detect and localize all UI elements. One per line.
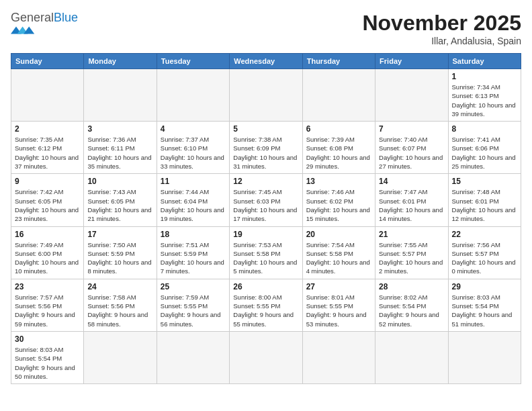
day-info: Sunrise: 7:38 AM Sunset: 6:09 PM Dayligh… bbox=[233, 135, 298, 171]
day-info: Sunrise: 7:49 AM Sunset: 6:00 PM Dayligh… bbox=[15, 240, 80, 276]
table-row: 10Sunrise: 7:43 AM Sunset: 6:05 PM Dayli… bbox=[84, 174, 157, 226]
table-row: 3Sunrise: 7:36 AM Sunset: 6:11 PM Daylig… bbox=[84, 122, 157, 174]
day-info: Sunrise: 7:40 AM Sunset: 6:07 PM Dayligh… bbox=[379, 135, 444, 171]
table-row: 29Sunrise: 8:03 AM Sunset: 5:54 PM Dayli… bbox=[448, 279, 521, 331]
header-wednesday: Wednesday bbox=[230, 54, 302, 69]
day-number: 23 bbox=[15, 282, 80, 291]
table-row: 12Sunrise: 7:45 AM Sunset: 6:03 PM Dayli… bbox=[230, 174, 302, 226]
table-row: 14Sunrise: 7:47 AM Sunset: 6:01 PM Dayli… bbox=[375, 174, 448, 226]
header-tuesday: Tuesday bbox=[157, 54, 229, 69]
header-saturday: Saturday bbox=[448, 54, 521, 69]
day-info: Sunrise: 8:03 AM Sunset: 5:54 PM Dayligh… bbox=[452, 293, 517, 328]
table-row: 25Sunrise: 7:59 AM Sunset: 5:55 PM Dayli… bbox=[157, 279, 229, 331]
day-number: 16 bbox=[15, 230, 80, 239]
table-row bbox=[11, 69, 84, 122]
calendar: Sunday Monday Tuesday Wednesday Thursday… bbox=[11, 53, 521, 384]
calendar-week-row: 1Sunrise: 7:34 AM Sunset: 6:13 PM Daylig… bbox=[11, 69, 521, 122]
day-info: Sunrise: 7:47 AM Sunset: 6:01 PM Dayligh… bbox=[379, 187, 444, 223]
day-number: 15 bbox=[452, 177, 517, 186]
calendar-week-row: 16Sunrise: 7:49 AM Sunset: 6:00 PM Dayli… bbox=[11, 226, 521, 279]
svg-marker-2 bbox=[24, 26, 34, 34]
table-row: 6Sunrise: 7:39 AM Sunset: 6:08 PM Daylig… bbox=[302, 122, 375, 174]
day-info: Sunrise: 7:35 AM Sunset: 6:12 PM Dayligh… bbox=[15, 135, 80, 171]
day-number: 24 bbox=[87, 282, 152, 291]
day-info: Sunrise: 7:43 AM Sunset: 6:05 PM Dayligh… bbox=[87, 187, 152, 223]
table-row bbox=[230, 331, 302, 383]
table-row: 15Sunrise: 7:48 AM Sunset: 6:01 PM Dayli… bbox=[448, 174, 521, 226]
table-row: 21Sunrise: 7:55 AM Sunset: 5:57 PM Dayli… bbox=[375, 226, 448, 279]
logo-icon bbox=[11, 26, 38, 34]
day-number: 7 bbox=[379, 124, 444, 134]
table-row bbox=[84, 331, 157, 383]
header-thursday: Thursday bbox=[302, 54, 375, 69]
table-row: 30Sunrise: 8:03 AM Sunset: 5:54 PM Dayli… bbox=[11, 331, 84, 383]
day-number: 17 bbox=[87, 230, 152, 239]
table-row: 17Sunrise: 7:50 AM Sunset: 5:59 PM Dayli… bbox=[84, 226, 157, 279]
header-monday: Monday bbox=[84, 54, 157, 69]
table-row bbox=[448, 331, 521, 383]
calendar-week-row: 23Sunrise: 7:57 AM Sunset: 5:56 PM Dayli… bbox=[11, 279, 521, 331]
table-row: 8Sunrise: 7:41 AM Sunset: 6:06 PM Daylig… bbox=[448, 122, 521, 174]
day-number: 6 bbox=[306, 124, 371, 134]
day-info: Sunrise: 8:01 AM Sunset: 5:55 PM Dayligh… bbox=[306, 293, 371, 328]
header-sunday: Sunday bbox=[11, 54, 84, 69]
table-row: 20Sunrise: 7:54 AM Sunset: 5:58 PM Dayli… bbox=[302, 226, 375, 279]
day-number: 8 bbox=[452, 124, 517, 134]
day-number: 19 bbox=[233, 230, 298, 239]
table-row bbox=[230, 69, 302, 122]
day-info: Sunrise: 7:37 AM Sunset: 6:10 PM Dayligh… bbox=[161, 135, 226, 171]
table-row: 23Sunrise: 7:57 AM Sunset: 5:56 PM Dayli… bbox=[11, 279, 84, 331]
day-number: 28 bbox=[379, 282, 444, 291]
location: Illar, Andalusia, Spain bbox=[362, 36, 521, 46]
day-number: 12 bbox=[233, 177, 298, 186]
day-info: Sunrise: 7:57 AM Sunset: 5:56 PM Dayligh… bbox=[15, 293, 80, 328]
table-row: 7Sunrise: 7:40 AM Sunset: 6:07 PM Daylig… bbox=[375, 122, 448, 174]
day-number: 18 bbox=[161, 230, 226, 239]
table-row: 18Sunrise: 7:51 AM Sunset: 5:59 PM Dayli… bbox=[157, 226, 229, 279]
logo-text: GeneralBlue bbox=[11, 11, 78, 25]
day-info: Sunrise: 7:36 AM Sunset: 6:11 PM Dayligh… bbox=[87, 135, 152, 171]
day-info: Sunrise: 8:00 AM Sunset: 5:55 PM Dayligh… bbox=[233, 293, 298, 328]
table-row: 13Sunrise: 7:46 AM Sunset: 6:02 PM Dayli… bbox=[302, 174, 375, 226]
day-number: 4 bbox=[161, 124, 226, 134]
day-number: 21 bbox=[379, 230, 444, 239]
day-number: 14 bbox=[379, 177, 444, 186]
table-row: 9Sunrise: 7:42 AM Sunset: 6:05 PM Daylig… bbox=[11, 174, 84, 226]
table-row: 5Sunrise: 7:38 AM Sunset: 6:09 PM Daylig… bbox=[230, 122, 302, 174]
day-number: 22 bbox=[452, 230, 517, 239]
day-info: Sunrise: 7:34 AM Sunset: 6:13 PM Dayligh… bbox=[452, 83, 517, 118]
table-row: 24Sunrise: 7:58 AM Sunset: 5:56 PM Dayli… bbox=[84, 279, 157, 331]
day-number: 9 bbox=[15, 177, 80, 186]
day-number: 5 bbox=[233, 124, 298, 134]
table-row: 4Sunrise: 7:37 AM Sunset: 6:10 PM Daylig… bbox=[157, 122, 229, 174]
table-row bbox=[375, 331, 448, 383]
day-info: Sunrise: 7:56 AM Sunset: 5:57 PM Dayligh… bbox=[452, 240, 517, 276]
day-number: 13 bbox=[306, 177, 371, 186]
day-number: 29 bbox=[452, 282, 517, 291]
day-number: 25 bbox=[161, 282, 226, 291]
table-row: 28Sunrise: 8:02 AM Sunset: 5:54 PM Dayli… bbox=[375, 279, 448, 331]
calendar-week-row: 2Sunrise: 7:35 AM Sunset: 6:12 PM Daylig… bbox=[11, 122, 521, 174]
day-info: Sunrise: 7:58 AM Sunset: 5:56 PM Dayligh… bbox=[87, 293, 152, 328]
day-info: Sunrise: 7:54 AM Sunset: 5:58 PM Dayligh… bbox=[306, 240, 371, 276]
day-info: Sunrise: 7:51 AM Sunset: 5:59 PM Dayligh… bbox=[161, 240, 226, 276]
day-info: Sunrise: 8:02 AM Sunset: 5:54 PM Dayligh… bbox=[379, 293, 444, 328]
day-number: 3 bbox=[87, 124, 152, 134]
day-info: Sunrise: 7:50 AM Sunset: 5:59 PM Dayligh… bbox=[87, 240, 152, 276]
day-info: Sunrise: 7:59 AM Sunset: 5:55 PM Dayligh… bbox=[161, 293, 226, 328]
month-year: November 2025 bbox=[362, 11, 521, 36]
day-number: 10 bbox=[87, 177, 152, 186]
table-row: 19Sunrise: 7:53 AM Sunset: 5:58 PM Dayli… bbox=[230, 226, 302, 279]
table-row: 26Sunrise: 8:00 AM Sunset: 5:55 PM Dayli… bbox=[230, 279, 302, 331]
table-row bbox=[375, 69, 448, 122]
day-number: 2 bbox=[15, 124, 80, 134]
day-info: Sunrise: 7:48 AM Sunset: 6:01 PM Dayligh… bbox=[452, 187, 517, 223]
header: GeneralBlue November 2025 Illar, Andalus… bbox=[11, 11, 521, 46]
table-row: 27Sunrise: 8:01 AM Sunset: 5:55 PM Dayli… bbox=[302, 279, 375, 331]
table-row bbox=[84, 69, 157, 122]
day-number: 11 bbox=[161, 177, 226, 186]
day-info: Sunrise: 7:39 AM Sunset: 6:08 PM Dayligh… bbox=[306, 135, 371, 171]
table-row bbox=[157, 331, 229, 383]
title-block: November 2025 Illar, Andalusia, Spain bbox=[362, 11, 521, 46]
logo-blue: Blue bbox=[54, 11, 78, 24]
